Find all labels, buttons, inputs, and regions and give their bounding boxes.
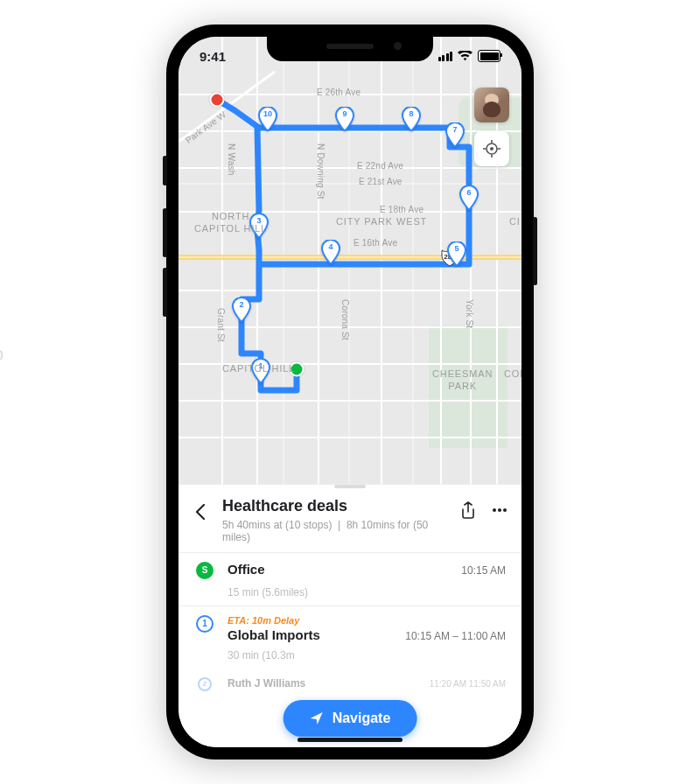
street-label: N Downing St [316, 144, 326, 200]
stop-time: 11:20 AM 11:50 AM [430, 679, 506, 689]
svg-point-25 [490, 147, 494, 150]
navigate-label: Navigate [332, 710, 391, 726]
street-label: E 22nd Ave [357, 161, 403, 171]
notch [267, 37, 433, 61]
stop-time: 10:15 AM – 11:00 AM [405, 630, 506, 642]
battery-icon [478, 50, 500, 62]
area-label: CHEESMAN PARK [432, 368, 493, 393]
stop-pin-2[interactable]: 2 [232, 298, 251, 322]
stop-name: Office [228, 562, 265, 577]
sheet-drag-handle[interactable] [334, 485, 366, 488]
street-label: E 16th Ave [354, 238, 397, 248]
back-button[interactable] [187, 499, 214, 525]
stage: o t 9:41 [0, 0, 700, 784]
avatar-button[interactable] [474, 88, 509, 122]
sheet-header: Healthcare deals 5h 40mins at (10 stops)… [178, 485, 522, 552]
area-label: CI [509, 215, 521, 228]
chevron-left-icon [195, 504, 206, 520]
stop-badge: 2 [198, 677, 212, 691]
navigate-arrow-icon [310, 711, 324, 725]
volume-down [163, 268, 167, 317]
route-line [178, 37, 522, 485]
stop-pin-5[interactable]: 5 [447, 242, 466, 266]
home-indicator[interactable] [298, 738, 402, 742]
power-button [533, 217, 537, 285]
segment-info: 30 min (10.3m [178, 646, 522, 668]
stop-pin-9[interactable]: 9 [335, 107, 354, 131]
navigate-button[interactable]: Navigate [284, 700, 417, 737]
share-button[interactable] [458, 500, 478, 520]
svg-point-30 [493, 508, 496, 512]
more-button[interactable] [490, 500, 509, 520]
status-right [438, 50, 501, 62]
phone-frame: 9:41 [166, 24, 534, 760]
stop-name: Ruth J Williams [228, 677, 305, 690]
stop-time: 10:15 AM [461, 564, 506, 577]
route-sheet[interactable]: Healthcare deals 5h 40mins at (10 stops)… [178, 484, 522, 747]
map[interactable]: 287 1 2 3 4 5 6 7 8 9 10 Park Ave W N Wa… [178, 37, 522, 485]
stop-pin-7[interactable]: 7 [445, 122, 465, 147]
segment-info: 15 min (5.6miles) [178, 583, 522, 606]
screen: 9:41 [178, 37, 522, 747]
stop-pin-8[interactable]: 8 [402, 107, 421, 131]
stop-badge: 1 [196, 615, 214, 633]
street-label: Corona St [340, 299, 350, 340]
stop-row-start[interactable]: S Office 10:15 AM [178, 553, 522, 583]
user-avatar-icon [474, 88, 509, 122]
stop-pin-4[interactable]: 4 [321, 240, 340, 264]
svg-point-31 [498, 508, 501, 512]
street-label: York St [465, 299, 474, 328]
area-label: CITY PARK WEST [336, 215, 427, 228]
street-label: Grant St [216, 308, 226, 342]
street-label: N Wash [227, 144, 236, 175]
svg-point-32 [503, 508, 507, 512]
mute-switch [163, 156, 167, 186]
stop-row-2[interactable]: 2 Ruth J Williams 11:20 AM 11:50 AM [178, 668, 522, 691]
cropped-side-text: o t [0, 0, 18, 784]
area-label: NORTH CAPITOL HILL [194, 210, 267, 235]
street-label: E 26th Ave [317, 88, 360, 97]
area-label: CON [504, 368, 522, 380]
more-icon [492, 508, 508, 513]
stop-eta-delay: ETA: 10m Delay [228, 615, 506, 626]
route-end-dot [210, 93, 225, 108]
street-label: E 21st Ave [359, 177, 402, 186]
stop-pin-10[interactable]: 10 [258, 107, 277, 131]
volume-up [163, 208, 167, 257]
start-badge: S [196, 562, 214, 579]
area-label: CAPITOL HILL [222, 362, 295, 374]
cellular-icon [438, 52, 453, 61]
locate-button[interactable] [474, 131, 509, 166]
route-title: Healthcare deals [222, 497, 450, 516]
street-label: E 18th Ave [380, 205, 424, 214]
share-icon [460, 501, 476, 519]
route-summary: 5h 40mins at (10 stops) | 8h 10mins for … [222, 519, 450, 543]
status-time: 9:41 [200, 49, 226, 64]
stop-pin-6[interactable]: 6 [459, 186, 479, 210]
crosshair-icon [483, 140, 500, 158]
stop-row-1[interactable]: 1 ETA: 10m Delay Global Imports 10:15 AM… [178, 606, 522, 646]
wifi-icon [458, 51, 472, 61]
stop-name: Global Imports [228, 627, 320, 642]
